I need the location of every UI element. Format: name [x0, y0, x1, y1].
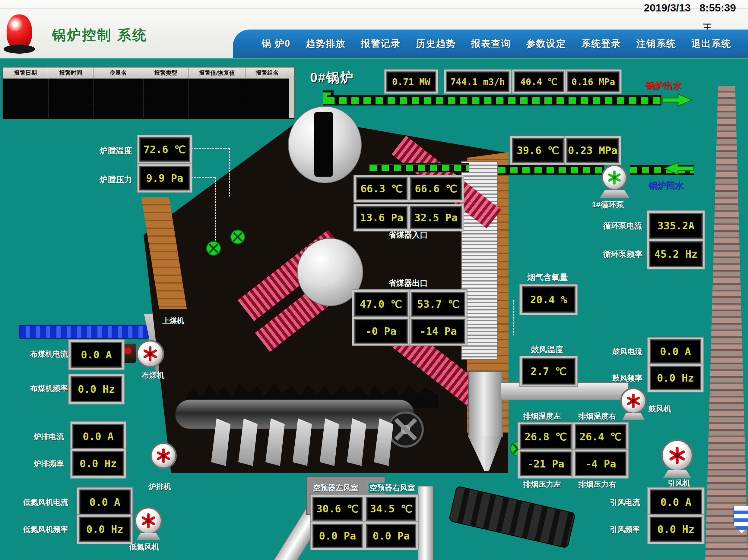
lown-freq-label: 低氮风机频率: [23, 525, 68, 534]
preheater-left-label: 空预器左风室: [313, 483, 358, 493]
eco-inlet-temp-left-display: 66.3 ℃: [356, 177, 407, 200]
valve-icon[interactable]: [230, 229, 246, 245]
pump-label: 1#循环泵: [592, 199, 624, 210]
grate-freq-display: 0.0 Hz: [72, 451, 124, 476]
induced-freq-label: 引风频率: [610, 525, 640, 534]
preheater-left-temp-display: 30.6 ℃: [312, 497, 363, 521]
low-nox-fan[interactable]: [135, 507, 162, 535]
flue-duct-graphic: [501, 382, 629, 400]
alarm-table: 报警日期 报警时间 变量名 报警类型 报警值/恢复值 报警组名: [2, 67, 295, 119]
nav-item-alarm-record[interactable]: 报警记录: [361, 38, 401, 50]
exhaust-temp-left-label: 排烟温度左: [523, 411, 561, 421]
coal-freq-display: 0.0 Hz: [71, 376, 122, 402]
blast-temp-display: 2.7 ℃: [522, 358, 576, 385]
alarm-table-body: [3, 79, 295, 118]
nav-item-logout[interactable]: 注销系统: [636, 38, 676, 50]
pump-impeller-icon: [607, 170, 622, 185]
lown-current-label: 低氮风机电流: [23, 497, 68, 507]
preheater-right-label: 空预器右风室: [369, 483, 416, 493]
blast-current-display: 0.0 A: [650, 339, 701, 364]
exhaust-temp-right-label: 排烟温度右: [579, 411, 616, 421]
oxygen-display: 20.4 %: [522, 286, 576, 313]
oxygen-label: 烟气含氧量: [527, 272, 568, 283]
preheater-right-temp-display: 34.5 ℃: [366, 497, 416, 521]
grate-conveyor-graphic: [175, 399, 415, 429]
valve-icon[interactable]: [206, 241, 221, 256]
header-bar: 锅炉控制 系统 2019/3/13 8:55:39 王 锅 炉0 趋势排放 报警…: [0, 0, 748, 58]
alarm-col-date: 报警日期: [3, 68, 48, 78]
blast-freq-display: 0.0 Hz: [650, 366, 701, 390]
alarm-col-type: 报警类型: [143, 68, 188, 78]
exhaust-press-right-label: 排烟压力右: [579, 479, 616, 489]
pump-current-label: 循环泵电流: [603, 221, 642, 231]
boiler-name-label: 0#锅炉: [310, 69, 354, 87]
lown-freq-display: 0.0 Hz: [79, 517, 131, 542]
lown-current-display: 0.0 A: [79, 489, 131, 515]
feeder-label: 上煤机: [162, 316, 184, 325]
furnace-temp-display: 72.6 ℃: [139, 137, 190, 162]
nav-item-trend-emission[interactable]: 趋势排放: [306, 38, 346, 50]
pump-freq-label: 循环泵频率: [603, 249, 642, 260]
return-temp-display: 39.6 ℃: [512, 138, 564, 163]
grate-machine-fan[interactable]: [150, 442, 177, 469]
boiler-scada-screen: { "header": { "title": "锅炉控制 系统", "date"…: [0, 0, 748, 560]
blast-fan[interactable]: [620, 388, 647, 414]
coal-feed-pipe: [19, 325, 149, 339]
pump-current-display: 335.2A: [649, 213, 703, 239]
reference-line: [513, 300, 514, 336]
nav-item-system-login[interactable]: 系统登录: [581, 38, 621, 50]
furnace-pressure-label: 炉膛压力: [99, 174, 132, 185]
induced-current-display: 0.0 A: [650, 489, 702, 515]
pump-freq-display: 45.2 Hz: [649, 241, 703, 267]
exhaust-press-left-display: -21 Pa: [520, 452, 571, 476]
preheater-left-press-display: 0.0 Pa: [312, 524, 363, 548]
nav-item-report-query[interactable]: 报表查询: [471, 38, 511, 50]
steam-drum-slot: [314, 112, 333, 177]
alarm-col-variable: 变量名: [93, 68, 143, 78]
nav-item-exit[interactable]: 退出系统: [692, 38, 731, 50]
eco-inlet-press-right-display: 32.5 Pa: [410, 206, 462, 229]
eco-outlet-temp-right-display: 53.7 ℃: [412, 292, 465, 316]
induced-fan[interactable]: [661, 439, 693, 471]
coal-machine-label: 布煤机: [142, 370, 164, 380]
date-text: 2019/3/13: [644, 2, 691, 14]
blast-fan-label: 鼓风机: [649, 404, 671, 414]
reference-line: [229, 148, 230, 196]
eco-inlet-press-left-display: 13.6 Pa: [356, 206, 407, 229]
nav-bar: 锅 炉0 趋势排放 报警记录 历史趋势 报表查询 参数设定 系统登录 注销系统 …: [233, 29, 748, 58]
economizer-outlet-label: 省煤器出口: [389, 278, 428, 288]
nav-item-parameter-setting[interactable]: 参数设定: [526, 38, 566, 50]
furnace-temp-label: 炉膛温度: [99, 145, 132, 156]
alarm-col-time: 报警时间: [48, 68, 93, 78]
exhaust-temp-left-display: 26.8 ℃: [520, 424, 571, 449]
eco-outlet-press-left-display: -0 Pa: [354, 319, 408, 344]
fan-impeller-icon: [142, 345, 159, 362]
fan-impeller-icon: [668, 446, 687, 465]
fan-impeller-icon: [155, 447, 172, 464]
alarm-table-header: 报警日期 报警时间 变量名 报警类型 报警值/恢复值 报警组名: [3, 68, 295, 79]
blast-temp-label: 鼓风温度: [531, 344, 563, 355]
blast-fan-base: [622, 413, 645, 420]
induced-current-label: 引风电流: [610, 497, 640, 507]
coal-distributor-fan[interactable]: [136, 340, 164, 368]
nav-item-boiler0[interactable]: 锅 炉0: [261, 38, 290, 50]
reference-line: [191, 177, 215, 178]
alarm-table-scrollbar[interactable]: [289, 78, 295, 118]
eco-outlet-press-right-display: -14 Pa: [412, 319, 465, 344]
lown-fan-label: 低氮风机: [129, 542, 159, 552]
exhaust-temp-right-display: 26.4 ℃: [575, 424, 627, 449]
outlet-flow-display: 744.1 m3/h: [446, 71, 509, 92]
mud-drum-graphic: [297, 238, 363, 306]
return-pipe-mid-segment: [498, 165, 604, 175]
grate-current-display: 0.0 A: [72, 424, 124, 449]
blast-current-label: 鼓风电流: [612, 347, 642, 357]
eco-outlet-temp-left-display: 47.0 ℃: [354, 292, 408, 316]
coal-freq-label: 布煤机频率: [30, 383, 68, 393]
grate-current-label: 炉排电流: [34, 432, 64, 442]
grate-freq-label: 炉排频率: [34, 459, 64, 469]
return-water-label: 锅炉回水: [649, 180, 683, 192]
fan-impeller-icon: [140, 512, 157, 529]
induced-fan-base: [663, 470, 691, 478]
nav-item-history-trend[interactable]: 历史趋势: [416, 38, 456, 50]
air-pipe-right: [418, 486, 434, 560]
